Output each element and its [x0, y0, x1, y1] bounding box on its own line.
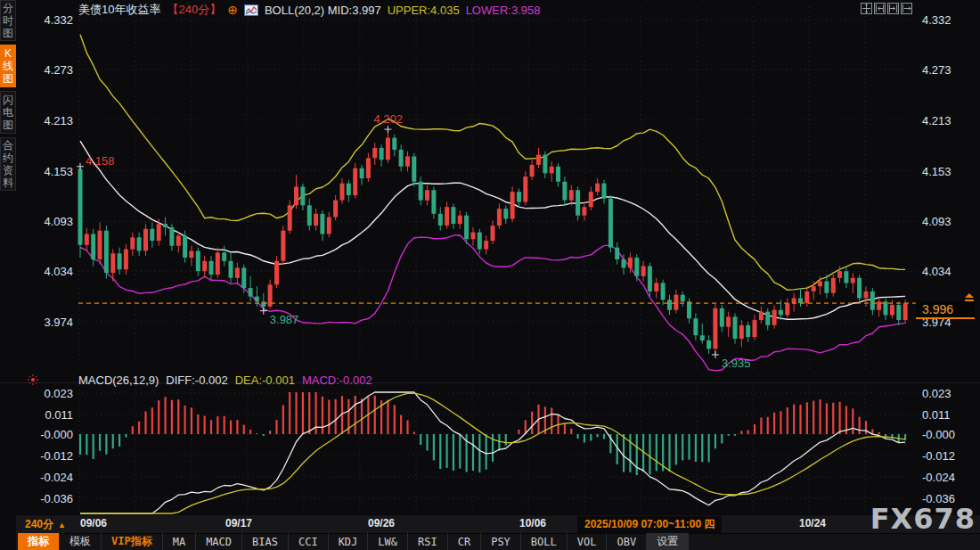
sidebar-tab-contract-info[interactable]: 合约资料	[0, 137, 16, 191]
toolbar-item-lw[interactable]: LW&	[368, 533, 408, 550]
price-axis-label-right: 4.093	[922, 215, 976, 228]
macd-axis-label-right: -0.012	[922, 449, 976, 463]
macd-axis-label-left: 0.011	[20, 408, 73, 422]
chart-header: 美债10年收益率 【240分】 ⊕ BOLL(20,2) MID:3.997 U…	[78, 3, 540, 17]
price-annotation: 4.202	[373, 112, 403, 126]
toolbar-item-cci[interactable]: CCI	[289, 533, 329, 550]
macd-macd-label: MACD:-0.002	[302, 374, 372, 387]
macd-header: MACD(26,12,9) DIFF:-0.002 DEA:-0.001 MAC…	[78, 374, 372, 387]
boll-lower-label: LOWER:3.958	[466, 4, 541, 17]
toolbar-item-bias[interactable]: BIAS	[242, 533, 289, 550]
price-axis-label-right: 4.332	[922, 13, 976, 27]
shift-right-icon[interactable]	[901, 3, 912, 14]
toolbar-item-vol[interactable]: VOL	[568, 533, 608, 550]
macd-axis-label-right: -0.024	[922, 471, 976, 484]
macd-axis-label-left: -0.024	[20, 471, 73, 484]
toolbar-item-psy[interactable]: PSY	[481, 533, 521, 550]
macd-axis-label-left: -0.000	[20, 428, 73, 441]
sidebar-tab-flash-chart[interactable]: 闪电图	[0, 91, 16, 134]
macd-axis-label-right: -0.036	[922, 492, 976, 505]
pan-move-icon[interactable]	[861, 3, 872, 14]
macd-formula-label: MACD(26,12,9)	[78, 374, 159, 387]
price-axis-label-left: 3.974	[20, 316, 73, 329]
macd-dea-label: DEA:-0.001	[235, 374, 295, 387]
price-axis-label-left: 4.273	[20, 62, 73, 76]
toolbar-item-shezhi[interactable]: 设置	[647, 533, 689, 550]
window-controls	[861, 3, 912, 14]
toolbar-item-kdj[interactable]: KDJ	[329, 533, 369, 550]
kline-chart-canvas[interactable]	[0, 0, 980, 550]
indicator-toolbar: 指标模板VIP指标MAMACDBIASCCIKDJLW&RSICRPSYBOLL…	[18, 533, 689, 550]
toolbar-item-vip-zhibiao[interactable]: VIP指标	[102, 533, 163, 550]
period-selector[interactable]: 240分 ▲	[25, 517, 66, 532]
macd-axis-label-right: -0.000	[922, 428, 976, 441]
sidebar-tab-time-chart[interactable]: 分时图	[0, 0, 16, 41]
price-annotation: 3.987	[270, 313, 299, 326]
x-tick-label: 09/26	[368, 517, 395, 529]
price-axis-label-left: 4.093	[20, 215, 73, 228]
boll-upper-label: UPPER:4.035	[388, 4, 460, 17]
toolbar-item-cr[interactable]: CR	[448, 533, 481, 550]
macd-axis-label-left: -0.036	[20, 492, 73, 505]
x-tick-label: 10/24	[799, 517, 826, 529]
price-axis-label-left: 4.034	[20, 265, 73, 278]
x-tick-label: 10/06	[519, 517, 546, 529]
toolbar-item-moban[interactable]: 模板	[60, 533, 102, 550]
toolbar-item-obv[interactable]: OBV	[607, 533, 647, 550]
symbol-title: 美债10年收益率	[78, 2, 160, 18]
session-info-box: 2025/10/09 07:00~11:00 四	[577, 516, 722, 533]
period-selector-label: 240分	[25, 517, 53, 532]
crosshair-icon[interactable]: ⊕	[227, 4, 238, 16]
macd-axis-label-left: -0.012	[20, 449, 73, 463]
price-axis-label-right: 4.153	[922, 164, 976, 177]
toolbar-item-macd[interactable]: MACD	[196, 533, 242, 550]
period-tag: 【240分】	[167, 2, 221, 18]
toolbar-item-rsi[interactable]: RSI	[408, 533, 448, 550]
macd-axis-label-right: 0.011	[922, 408, 976, 422]
price-direction-icon	[963, 291, 976, 305]
x-tick-label: 09/06	[80, 517, 107, 529]
chart-style-icon[interactable]	[244, 4, 258, 16]
compress-left-icon[interactable]	[874, 3, 886, 14]
macd-axis-label-right: 0.023	[922, 387, 976, 400]
boll-mid-label: BOLL(20,2) MID:3.997	[265, 4, 381, 17]
price-annotation: 4.158	[86, 154, 115, 168]
price-axis-label-right: 4.273	[922, 62, 976, 76]
toolbar-item-boll[interactable]: BOLL	[521, 533, 568, 550]
price-axis-label-left: 4.213	[20, 113, 73, 127]
indicator-settings-icon[interactable]	[27, 374, 39, 389]
price-annotation: 3.935	[722, 357, 751, 370]
price-axis-label-right: 4.213	[922, 113, 976, 127]
x-tick-label: 09/17	[225, 517, 252, 529]
sidebar-tab-kline-chart[interactable]: K线图	[0, 45, 16, 87]
price-axis-label-right: 4.034	[922, 265, 976, 278]
compress-right-icon[interactable]	[887, 3, 899, 14]
macd-diff-label: DIFF:-0.002	[166, 374, 227, 387]
toolbar-item-zhibiao[interactable]: 指标	[18, 533, 60, 550]
dropdown-arrow-icon: ▲	[58, 521, 66, 529]
price-axis-label-left: 4.332	[20, 13, 73, 27]
toolbar-item-ma[interactable]: MA	[163, 533, 196, 550]
chart-type-sidebar: 分时图K线图闪电图合约资料	[0, 0, 18, 191]
price-axis-label-left: 4.153	[20, 164, 73, 177]
